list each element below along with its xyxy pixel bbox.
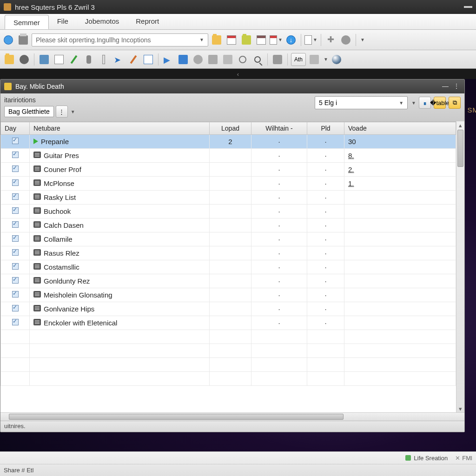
search-icon[interactable] <box>251 53 264 66</box>
pin-icon[interactable] <box>82 53 95 66</box>
picker-options-icon[interactable]: ⋮ <box>56 106 68 118</box>
row-checkbox[interactable] <box>12 319 19 325</box>
table-row[interactable]: Prepanle2··30 <box>1 135 456 149</box>
table-row[interactable]: Collamile·· <box>1 232 456 246</box>
row-checkbox[interactable] <box>12 193 19 200</box>
row-checkbox[interactable] <box>12 305 19 311</box>
row-checkbox[interactable] <box>12 152 19 158</box>
copy-icon[interactable] <box>53 53 66 66</box>
table-row[interactable]: Meisholein Glonsating·· <box>1 288 456 302</box>
table-row[interactable]: Gonlvanize Hips·· <box>1 302 456 316</box>
print-icon[interactable] <box>17 33 30 46</box>
chevron-down-icon[interactable]: ▼ <box>411 100 416 106</box>
table-row[interactable]: Buchook·· <box>1 205 456 218</box>
tab-jobemotos[interactable]: Jobemotos <box>77 14 127 29</box>
panel-menu-button[interactable]: ⋮ <box>452 82 461 91</box>
note-icon[interactable] <box>142 53 155 66</box>
bluetooth-icon[interactable] <box>177 53 190 66</box>
globe-icon[interactable] <box>2 33 15 46</box>
overflow-icon[interactable]: ▼ <box>360 37 365 42</box>
tab-reprort[interactable]: Reprort <box>127 14 167 29</box>
table-row[interactable]: Guitar Pres··8. <box>1 149 456 163</box>
chart-icon[interactable]: ∎ <box>419 97 431 109</box>
calendar-icon[interactable] <box>225 33 238 46</box>
calendar2-icon[interactable]: ▼ <box>270 33 283 46</box>
robot-icon[interactable] <box>271 53 284 66</box>
report-icon[interactable]: ▼ <box>304 33 317 46</box>
data-grid[interactable]: Day Netubare Lopad Wilhtain - Pld Voade … <box>0 121 456 412</box>
open-folder-icon[interactable] <box>3 53 16 66</box>
row-checkbox[interactable] <box>12 221 19 228</box>
table-row[interactable]: Calch Dasen·· <box>1 218 456 232</box>
table-row[interactable]: McPlonse··1. <box>1 177 456 191</box>
building-icon[interactable] <box>221 53 234 66</box>
vertical-scrollbar[interactable]: ▴ ▾ <box>456 121 464 412</box>
compass-icon[interactable] <box>236 53 249 66</box>
col-wilhtain[interactable]: Wilhtain - <box>251 122 307 135</box>
export1-icon[interactable]: �table <box>434 97 446 109</box>
download-icon[interactable] <box>284 33 298 46</box>
picker-value[interactable]: Bag Gletthiete <box>4 106 54 117</box>
col-lopad[interactable]: Lopad <box>210 122 251 135</box>
scroll-down-icon[interactable]: ▾ <box>456 405 464 412</box>
horizontal-scrollbar[interactable] <box>0 412 464 421</box>
minimize-button[interactable] <box>464 6 472 8</box>
settings-icon[interactable] <box>339 33 352 46</box>
schedule-icon[interactable] <box>255 33 268 46</box>
row-checkbox[interactable] <box>12 263 19 270</box>
folder-icon[interactable] <box>210 33 223 46</box>
row-pld: · <box>324 165 326 173</box>
row-checkbox[interactable] <box>12 138 19 144</box>
ath-button[interactable]: Ath <box>291 53 306 66</box>
scroll-up-icon[interactable]: ▴ <box>456 121 464 129</box>
panel-titlebar[interactable]: Bay. Mblic Death — ⋮ <box>0 79 464 93</box>
col-netubare[interactable]: Netubare <box>30 122 210 135</box>
row-checkbox[interactable] <box>12 165 19 172</box>
edit-icon[interactable] <box>67 53 80 66</box>
folder2-icon[interactable] <box>240 33 253 46</box>
operation-combo[interactable]: Please skit oprerting.Ingullhg Incoption… <box>32 33 208 46</box>
ruler-icon[interactable] <box>97 53 110 66</box>
row-wilhtain: · <box>278 305 280 313</box>
add-icon[interactable] <box>324 33 337 46</box>
row-checkbox[interactable] <box>12 207 19 214</box>
pencil-icon[interactable] <box>127 53 140 66</box>
table-row[interactable]: Rasky List·· <box>1 191 456 205</box>
sphere-icon[interactable] <box>330 53 343 66</box>
tab-semmer[interactable]: Semmer <box>5 15 49 29</box>
chevron-down-icon[interactable]: ▼ <box>324 57 328 62</box>
grid-header-row[interactable]: Day Netubare Lopad Wilhtain - Pld Voade <box>1 122 456 135</box>
chevron-down-icon[interactable]: ▼ <box>71 109 75 114</box>
col-day[interactable]: Day <box>1 122 30 135</box>
row-checkbox[interactable] <box>12 179 19 186</box>
send-icon[interactable]: ▶ <box>162 53 175 66</box>
table-row[interactable]: Gonldunty Rez·· <box>1 274 456 288</box>
hscroll-thumb[interactable] <box>9 414 344 420</box>
target-icon[interactable] <box>18 53 31 66</box>
cursor-icon[interactable]: ➤ <box>112 53 125 66</box>
row-checkbox[interactable] <box>12 291 19 298</box>
export2-icon[interactable]: ⧉ <box>449 97 461 109</box>
table-row[interactable]: Couner Prof··2. <box>1 163 456 177</box>
row-checkbox[interactable] <box>12 235 19 242</box>
col-voade[interactable]: Voade <box>344 122 456 135</box>
pic-icon[interactable] <box>308 53 321 66</box>
globe2-icon[interactable] <box>192 53 205 66</box>
filter-combo[interactable]: 5 Elg i ▼ <box>315 96 408 109</box>
row-checkbox[interactable] <box>12 277 19 284</box>
collapse-handle[interactable]: ‹ <box>0 69 476 79</box>
anchor-icon[interactable] <box>206 53 219 66</box>
col-pld[interactable]: Pld <box>307 122 344 135</box>
table-row[interactable]: Enckoler with Eletenical·· <box>1 316 456 330</box>
tab-file[interactable]: File <box>49 14 77 29</box>
panel-minimize-button[interactable]: — <box>441 82 450 91</box>
row-checkbox[interactable] <box>12 249 19 256</box>
item-icon <box>33 277 41 284</box>
flask-icon[interactable] <box>38 53 51 66</box>
status-bar: Life Sreation ✕ FMl Share # Etl <box>0 451 476 476</box>
row-name: Gonldunty Rez <box>44 277 90 285</box>
table-row[interactable]: Rasus Rlez·· <box>1 246 456 260</box>
table-row[interactable]: Costamsllic·· <box>1 260 456 274</box>
scroll-thumb[interactable] <box>457 130 463 167</box>
row-pld: · <box>324 221 326 229</box>
